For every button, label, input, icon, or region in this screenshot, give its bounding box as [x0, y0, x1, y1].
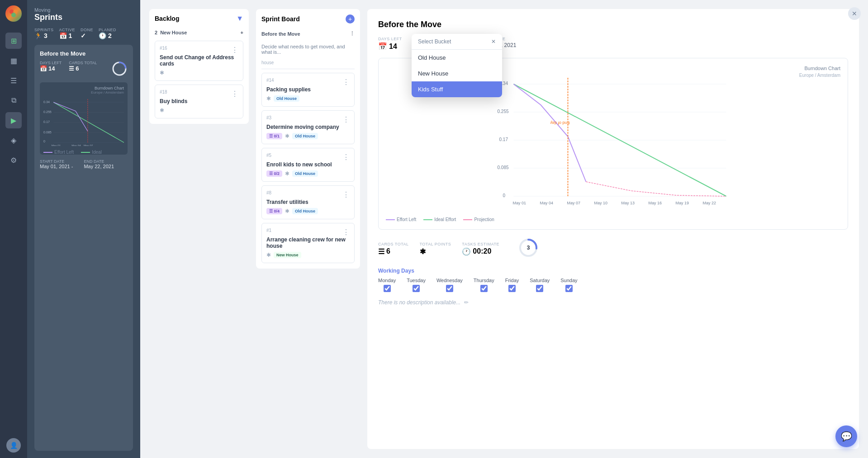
close-button[interactable]: ✕ [848, 7, 861, 20]
summary-estimate-label: TASKS ESTIMATE [462, 242, 499, 246]
progress-5: ☰ 0/2 [266, 170, 282, 177]
card-menu-5[interactable]: ⋮ [342, 153, 350, 161]
friday-checkbox[interactable] [508, 285, 516, 292]
days-row: Monday Tuesday Wednesday Thursday [378, 278, 848, 292]
bucket-dropdown-close[interactable]: ✕ [491, 38, 496, 45]
backlog-header: Backlog ▼ [155, 14, 243, 23]
day-wednesday: Wednesday [436, 278, 463, 292]
mini-sprint-stats: DAYS LEFT 📅 14 CARDS TOTAL ☰ 6 [40, 61, 128, 79]
wednesday-checkbox[interactable] [446, 285, 453, 292]
mini-chart-subtitle: Europe / Amsterdam [43, 90, 124, 94]
svg-text:May 13: May 13 [621, 201, 635, 205]
points-star-icon: ✱ [420, 247, 426, 256]
sprint-card-packing[interactable]: #14 ⋮ Packing supplies ✱ Old House [261, 73, 355, 107]
summary-row: CARDS TOTAL ☰ 6 TOTAL POINTS ✱ TASKS EST… [378, 237, 848, 260]
card-number-18: #18 [160, 90, 167, 94]
sprint-card-utilities[interactable]: #8 ⋮ Transfer utilities ☰ 0/4 ✱ Old Hous… [261, 185, 355, 219]
sprint-board-header: Sprint Board + [261, 14, 355, 24]
planned-stat: PLANED 🕐 2 [99, 28, 116, 39]
cards-list-icon: ☰ [378, 247, 384, 256]
card-menu-14[interactable]: ⋮ [342, 78, 350, 86]
card-meta-5: ☰ 0/2 ✱ Old House [266, 170, 350, 177]
bucket-add-icon[interactable]: + [241, 30, 243, 35]
bucket-dropdown-header: Select Bucket ✕ [412, 34, 502, 50]
day-tuesday: Tuesday [407, 278, 426, 292]
sprints-label: SPRINTS [34, 28, 54, 32]
backlog-title: Backlog [155, 15, 179, 22]
card-meta-8: ☰ 0/4 ✱ Old House [266, 208, 350, 214]
card-number-16: #16 [160, 46, 167, 51]
sidebar-item-layers[interactable]: ⧉ [5, 92, 22, 109]
sprint-card-enroll[interactable]: #5 ⋮ Enroll kids to new school ☰ 0/2 ✱ O… [261, 148, 355, 182]
thursday-checkbox[interactable] [480, 285, 488, 292]
bucket-option-kids-stuff[interactable]: Kids Stuff [412, 81, 502, 97]
avatar[interactable]: 👤 [6, 438, 21, 453]
effort-left-line [386, 219, 395, 220]
sidebar-item-database[interactable]: ◈ [5, 132, 22, 148]
app-logo [5, 5, 22, 22]
card-title-5: Enroll kids to new school [266, 161, 350, 168]
left-panel: Moving Sprints SPRINTS 🏃 3 ACTIVE 📅 1 DO… [27, 0, 140, 458]
backlog-card-2[interactable]: #18 ⋮ Buy blinds ✱ [155, 85, 243, 118]
svg-text:0: 0 [503, 193, 506, 198]
day-sunday: Sunday [560, 278, 577, 292]
divider-1 [261, 69, 355, 69]
bucket-dropdown: Select Bucket ✕ Old House New House Kids… [412, 34, 502, 97]
done-icon: ✓ [81, 32, 86, 39]
svg-text:0.34: 0.34 [43, 100, 50, 104]
saturday-checkbox[interactable] [536, 285, 543, 292]
sunday-checkbox[interactable] [565, 285, 573, 292]
bucket-option-old-house[interactable]: Old House [412, 50, 502, 66]
card-menu-16[interactable]: ⋮ [231, 46, 238, 54]
card-number-1: #1 [266, 228, 271, 233]
summary-points-value: ✱ [420, 247, 451, 256]
card-number-3: #3 [266, 115, 271, 120]
working-days-label: Working Days [378, 268, 848, 274]
card-menu-1[interactable]: ⋮ [342, 228, 350, 236]
mini-cards-label: CARDS TOTAL [69, 61, 97, 65]
detail-days-left: DAYS LEFT 📅 14 [378, 37, 402, 51]
done-label: DONE [81, 28, 93, 32]
sprint-card-moving[interactable]: #3 ⋮ Determine moving company ☰ 0/1 ✱ Ol… [261, 110, 355, 144]
sidebar: ⊞ ▦ ☰ ⧉ ▶ ◈ ⚙ 👤 [0, 0, 27, 458]
summary-cards-total: CARDS TOTAL ☰ 6 [378, 242, 409, 256]
card-meta-18: ✱ [160, 107, 238, 113]
tuesday-checkbox[interactable] [413, 285, 420, 292]
sprint-board-add-button[interactable]: + [346, 14, 355, 24]
sidebar-item-list[interactable]: ☰ [5, 72, 22, 89]
sprint-card-cleaning[interactable]: #1 ⋮ Arrange cleaning crew for new house… [261, 223, 355, 263]
sidebar-item-sprint[interactable]: ▶ [5, 112, 22, 128]
chat-button[interactable]: 💬 [835, 425, 857, 447]
mini-sprint-card[interactable]: Before the Move DAYS LEFT 📅 14 CARDS TOT… [34, 45, 133, 451]
sidebar-item-settings[interactable]: ⚙ [5, 152, 22, 168]
tag-old-house-8: Old House [292, 208, 318, 214]
sidebar-item-chart[interactable]: ▦ [5, 52, 22, 69]
card-title-3: Determine moving company [266, 124, 350, 130]
description-text: There is no description available... [378, 299, 460, 306]
tag-old-house-5: Old House [292, 170, 318, 177]
card-title-14: Packing supplies [266, 86, 350, 93]
svg-text:May 01: May 01 [52, 144, 61, 146]
day-thursday: Thursday [474, 278, 494, 292]
svg-text:0.085: 0.085 [498, 165, 509, 170]
backlog-card-1[interactable]: #16 ⋮ Send out Change of Address cards ✱ [155, 41, 243, 81]
svg-text:May 04: May 04 [540, 201, 554, 205]
card-menu-8[interactable]: ⋮ [342, 190, 350, 199]
edit-icon[interactable]: ✏ [464, 299, 469, 306]
bucket-option-new-house[interactable]: New House [412, 66, 502, 81]
card-menu-18[interactable]: ⋮ [231, 90, 238, 98]
mini-burndown-chart: Burndown Chart Europe / Amsterdam 0.34 0… [40, 82, 128, 155]
monday-checkbox[interactable] [384, 285, 391, 292]
mini-end-date: END DATE May 22, 2021 [84, 159, 114, 169]
sprint-board-menu[interactable]: ⋮ [350, 31, 355, 37]
svg-text:May 01: May 01 [513, 201, 526, 205]
svg-text:End of day: End of day [550, 121, 570, 125]
filter-icon[interactable]: ▼ [236, 14, 243, 23]
detail-days-label: DAYS LEFT [378, 37, 402, 41]
card-title-8: Transfer utilities [266, 199, 350, 205]
select-bucket-label: Select Bucket [418, 38, 451, 45]
sprint-icon: 🏃 [34, 32, 42, 39]
sidebar-item-grid[interactable]: ⊞ [5, 33, 22, 49]
card-menu-3[interactable]: ⋮ [342, 115, 350, 124]
summary-estimate-value: 🕐 00:20 [462, 247, 499, 256]
